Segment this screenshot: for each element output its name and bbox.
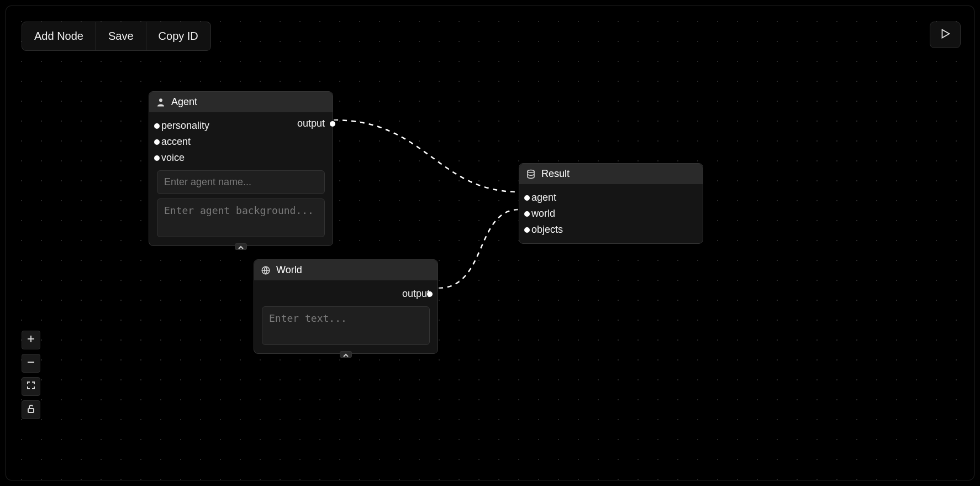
node-body: agent world objects [519, 184, 703, 243]
port-objects[interactable]: objects [527, 222, 695, 238]
play-icon [939, 28, 951, 42]
fullscreen-icon [27, 381, 35, 392]
lock-toggle-button[interactable] [22, 400, 40, 419]
port-accent[interactable]: accent [157, 134, 325, 150]
collapse-toggle[interactable] [235, 243, 247, 250]
port-dot[interactable] [524, 195, 530, 201]
port-dot[interactable] [524, 227, 530, 233]
user-icon [156, 97, 166, 107]
zoom-in-button[interactable] [22, 331, 40, 349]
chevron-up-icon [238, 241, 244, 253]
port-dot[interactable] [154, 123, 160, 129]
database-icon [526, 169, 536, 179]
port-dot[interactable] [524, 211, 530, 217]
save-button[interactable]: Save [96, 22, 146, 50]
globe-icon [261, 265, 271, 275]
port-label: agent [527, 192, 556, 203]
node-header[interactable]: Agent [149, 92, 333, 112]
node-body: output personality accent voice [149, 112, 333, 245]
port-label: world [527, 208, 555, 220]
node-result[interactable]: Result agent world objects [519, 163, 703, 244]
svg-rect-3 [28, 409, 34, 412]
port-personality[interactable]: personality [157, 118, 325, 134]
port-dot[interactable] [154, 139, 160, 145]
chevron-up-icon [343, 349, 349, 360]
agent-name-input[interactable] [157, 170, 325, 194]
port-label: objects [527, 224, 563, 236]
node-agent[interactable]: Agent output personality accent voice [149, 91, 333, 246]
edge-world-to-result [439, 210, 519, 288]
copy-id-button[interactable]: Copy ID [146, 22, 210, 50]
run-button[interactable] [930, 22, 961, 48]
port-label: voice [157, 152, 185, 164]
fit-view-button[interactable] [22, 377, 40, 396]
toolbar: Add Node Save Copy ID [22, 22, 211, 51]
node-header[interactable]: World [254, 260, 438, 280]
node-body: output [254, 280, 438, 353]
svg-point-2 [528, 170, 534, 173]
node-title: World [276, 264, 302, 276]
edge-agent-to-result [334, 120, 519, 192]
node-header[interactable]: Result [519, 164, 703, 184]
unlock-icon [27, 404, 35, 415]
canvas[interactable]: Add Node Save Copy ID Agent output perso… [6, 6, 974, 480]
port-label: output [402, 288, 430, 300]
port-label: accent [157, 136, 191, 148]
collapse-toggle[interactable] [340, 351, 352, 358]
world-text-input[interactable] [262, 306, 430, 345]
minus-icon [27, 358, 35, 369]
node-title: Result [541, 168, 570, 180]
view-controls [22, 331, 40, 419]
agent-background-input[interactable] [157, 198, 325, 237]
port-label: personality [157, 120, 209, 132]
node-title: Agent [171, 96, 197, 108]
zoom-out-button[interactable] [22, 354, 40, 373]
port-voice[interactable]: voice [157, 150, 325, 166]
port-dot[interactable] [330, 121, 335, 127]
port-dot[interactable] [427, 291, 433, 297]
node-world[interactable]: World output [254, 259, 438, 354]
add-node-button[interactable]: Add Node [22, 22, 96, 50]
port-output[interactable]: output [262, 286, 430, 302]
svg-point-0 [159, 98, 162, 102]
port-world[interactable]: world [527, 206, 695, 222]
plus-icon [27, 335, 35, 346]
port-dot[interactable] [154, 155, 160, 161]
port-agent[interactable]: agent [527, 190, 695, 206]
